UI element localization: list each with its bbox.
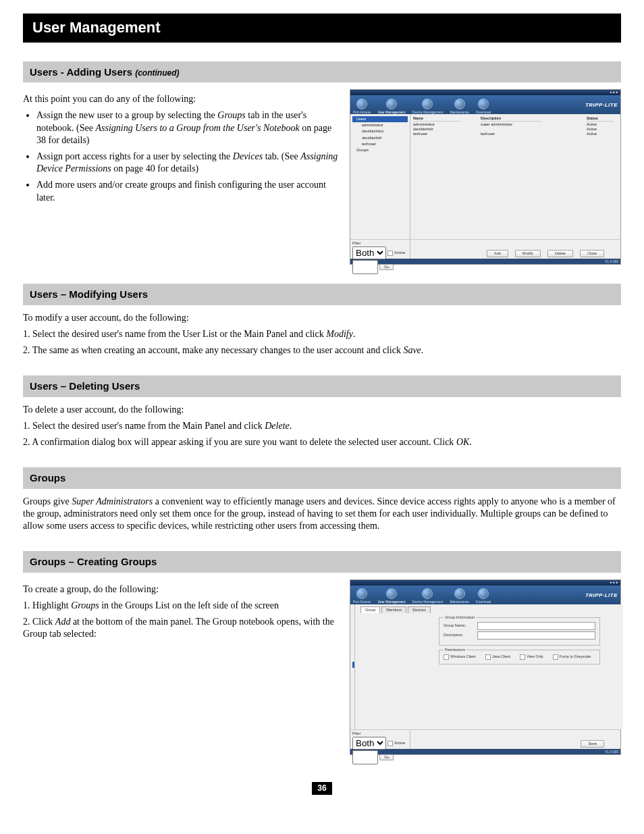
creating-step1: 1. Highlight Groups in the Groups List o… — [23, 600, 339, 612]
modifying-intro: To modify a user account, do the followi… — [23, 312, 621, 324]
ss2-filter-active[interactable]: Active — [387, 741, 405, 746]
groups-para: Groups give Super Administrators a conve… — [23, 496, 621, 533]
ss1-tool-user-mgmt[interactable]: User Management — [377, 99, 405, 115]
ss1-sidebar: Users administrator davidtechdoc davidte… — [350, 114, 410, 239]
ss2-filter-label: Filter — [352, 731, 408, 736]
table-row[interactable]: techuser — [413, 132, 460, 136]
ss1-tree-users[interactable]: Users — [352, 116, 408, 122]
page-number: 36 — [312, 782, 332, 796]
ss1-add-button[interactable]: Add — [487, 250, 508, 257]
ss1-tool-download[interactable]: Download — [476, 99, 491, 115]
section-heading-modifying: Users – Modifying Users — [23, 284, 621, 305]
modifying-step2: 2. The same as when creating an account,… — [23, 344, 621, 357]
bullet-3: Add more users and/or create groups and … — [36, 179, 339, 203]
ss2-chk-viewonly[interactable]: View Only — [520, 654, 543, 660]
globe-icon — [356, 99, 367, 109]
deleting-step2: 2. A confirmation dialog box will appear… — [23, 436, 621, 448]
ss2-filter-input[interactable] — [352, 750, 378, 764]
brand-logo: TRIPP·LITE — [585, 592, 618, 599]
ss1-tree-user-4[interactable]: techuser — [352, 141, 408, 147]
ss1-filter-input[interactable] — [352, 260, 378, 274]
users-icon — [386, 588, 397, 599]
table-row[interactable]: davidtechdir — [413, 127, 460, 132]
ss2-chk-windows[interactable]: Windows Client — [444, 654, 476, 660]
users-icon — [386, 99, 397, 109]
creating-intro: To create a group, do the following: — [23, 583, 339, 596]
section-heading-deleting: Users – Deleting Users — [23, 375, 621, 397]
ss2-tool-port-access[interactable]: Port Access — [353, 588, 371, 604]
ss1-window-controls: ● ● ● — [350, 90, 620, 95]
ss2-toolbar: Port Access User Management Device Manag… — [350, 585, 620, 604]
ss1-delete-button[interactable]: Delete — [547, 250, 573, 257]
ss2-main-panel: Group Members Devices Group Information … — [355, 604, 623, 729]
creating-step2: 2. Click Add at the bottom of the main p… — [23, 616, 339, 640]
section-heading-adding: Users - Adding Users (continued) — [23, 61, 621, 83]
ss1-col-status: Status — [587, 116, 614, 122]
ss2-group-desc-input[interactable] — [477, 631, 595, 640]
wrench-icon — [454, 588, 465, 599]
section-heading-creating: Groups – Creating Groups — [23, 551, 621, 573]
table-row[interactable]: administrator — [413, 122, 460, 127]
ss2-chk-grayscale[interactable]: Force to Grayscale — [553, 654, 591, 660]
wrench-icon — [454, 99, 465, 109]
ss2-sidebar: Users administrator davidtechdoc techuse… — [350, 604, 355, 729]
ss1-tool-maintenance[interactable]: Maintenance — [450, 99, 469, 115]
deleting-step1: 1. Select the desired user's name from t… — [23, 420, 621, 432]
ss1-col-name: Name — [413, 116, 460, 122]
ss1-filter-active[interactable]: Active — [387, 251, 405, 256]
brand-logo: TRIPP·LITE — [585, 102, 618, 109]
page-title: User Management — [32, 19, 161, 36]
ss1-close-button[interactable]: Close — [580, 250, 604, 257]
globe-icon — [356, 588, 367, 599]
ss1-tree-groups[interactable]: Groups — [352, 147, 408, 153]
ss1-col-desc: Description — [481, 116, 541, 122]
download-icon — [478, 99, 489, 109]
ss1-tree-user-3[interactable]: davidtechdir — [352, 135, 408, 141]
device-icon — [422, 588, 433, 599]
screenshot-group-notebook: ● ● ● Port Access User Management Device… — [350, 579, 621, 755]
ss2-save-button[interactable]: Save — [581, 740, 604, 748]
page-title-bar: User Management — [23, 14, 621, 43]
ss2-tool-device-mgmt[interactable]: Device Management — [412, 588, 444, 604]
ss2-tab-members[interactable]: Members — [381, 606, 406, 613]
adding-intro: At this point you can do any of the foll… — [23, 93, 339, 105]
bullet-2: Assign port access rights for a user by … — [36, 151, 339, 175]
ss1-tree-user-2[interactable]: davidtechdoc — [352, 128, 408, 134]
screenshot-users-list: ● ● ● Port Access User Management Device… — [350, 89, 621, 265]
ss2-group-info-fieldset: Group Information Group Name: Descriptio… — [439, 617, 600, 646]
ss2-tool-maintenance[interactable]: Maintenance — [450, 588, 469, 604]
ss1-toolbar: Port Access User Management Device Manag… — [350, 95, 620, 114]
adding-bullets: Assign the new user to a group by select… — [36, 109, 339, 203]
ss1-main-panel: Name administrator davidtechdir techuser… — [410, 114, 620, 239]
ss2-window-controls: ● ● ● — [350, 580, 620, 585]
ss1-tool-port-access[interactable]: Port Access — [353, 99, 371, 115]
section-heading-groups: Groups — [23, 467, 621, 489]
ss2-permissions-fieldset: Permissions Windows Client Java Client V… — [439, 650, 600, 664]
ss2-tab-group[interactable]: Group — [360, 606, 380, 613]
ss2-tool-download[interactable]: Download — [476, 588, 491, 604]
ss1-tool-device-mgmt[interactable]: Device Management — [412, 99, 444, 115]
deleting-intro: To delete a user account, do the followi… — [23, 404, 621, 416]
ss2-go-button[interactable]: Go — [379, 754, 394, 760]
ss1-filter-select[interactable]: Both — [352, 246, 386, 259]
ss2-filter-select[interactable]: Both — [352, 737, 386, 750]
ss2-group-name-input[interactable] — [477, 622, 595, 630]
ss1-filter-label: Filter — [352, 241, 408, 246]
ss2-tab-devices[interactable]: Devices — [408, 606, 431, 613]
ss1-go-button[interactable]: Go — [379, 264, 394, 270]
ss1-modify-button[interactable]: Modify — [515, 250, 541, 257]
download-icon — [478, 588, 489, 599]
modifying-step1: 1. Select the desired user's name from t… — [23, 328, 621, 340]
bullet-1: Assign the new user to a group by select… — [36, 109, 339, 147]
ss2-tool-user-mgmt[interactable]: User Management — [377, 588, 405, 604]
device-icon — [422, 99, 433, 109]
ss2-chk-java[interactable]: Java Client — [485, 654, 510, 660]
ss1-tree-user-1[interactable]: administrator — [352, 122, 408, 128]
